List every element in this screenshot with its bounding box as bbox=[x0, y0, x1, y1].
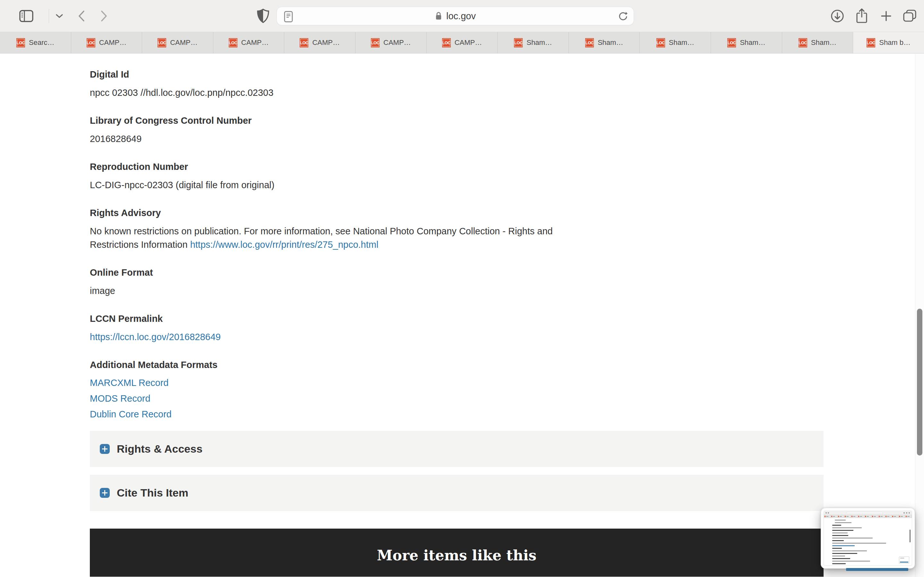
tab-sham-4[interactable]: LOC Sham… bbox=[711, 32, 782, 53]
refresh-icon[interactable] bbox=[618, 11, 628, 22]
field-label: Online Format bbox=[90, 266, 924, 279]
sidebar-icon bbox=[19, 10, 34, 23]
mini-text-line bbox=[832, 548, 842, 549]
tab-camp-3[interactable]: LOC CAMP… bbox=[213, 32, 284, 53]
mini-text-line bbox=[835, 520, 846, 521]
field-rights-advisory: Rights Advisory No known restrictions on… bbox=[90, 206, 924, 251]
plus-icon bbox=[880, 10, 893, 23]
tab-sham-b-active[interactable]: LOC Sham b… bbox=[853, 32, 924, 53]
mini-text-line bbox=[832, 535, 848, 536]
tab-overview-button[interactable] bbox=[900, 0, 920, 32]
mini-text-line bbox=[832, 553, 857, 554]
mini-text-line bbox=[832, 530, 853, 531]
share-button[interactable] bbox=[852, 0, 871, 32]
tab-camp-2[interactable]: LOC CAMP… bbox=[142, 32, 213, 53]
field-additional-metadata-formats: Additional Metadata Formats MARCXML Reco… bbox=[90, 358, 924, 421]
section-title: Rights & Access bbox=[117, 443, 202, 455]
tab-sham-2[interactable]: LOC Sham… bbox=[569, 32, 640, 53]
new-tab-button[interactable] bbox=[877, 0, 896, 32]
mini-text-line bbox=[832, 556, 845, 556]
loc-favicon-icon: LOC bbox=[727, 38, 736, 47]
preview-blue-bar bbox=[846, 568, 908, 571]
mini-text-line bbox=[832, 525, 841, 526]
mini-text-line bbox=[832, 561, 870, 562]
mini-text-line bbox=[832, 550, 867, 551]
field-label: Library of Congress Control Number bbox=[90, 114, 924, 127]
field-value: LC-DIG-npcc-02303 (digital file from ori… bbox=[90, 178, 571, 192]
page-content: Digital Id npcc 02303 //hdl.loc.gov/loc.… bbox=[0, 53, 924, 577]
field-value: 2016828649 bbox=[90, 132, 571, 145]
tab-search[interactable]: LOC Searc… bbox=[0, 32, 71, 53]
loc-favicon-icon: LOC bbox=[867, 38, 875, 47]
tab-camp-6[interactable]: LOC CAMP… bbox=[427, 32, 498, 53]
tab-strip: LOC Searc… LOC CAMP… LOC CAMP… LOC CAMP…… bbox=[0, 32, 924, 53]
tab-camp-4[interactable]: LOC CAMP… bbox=[284, 32, 355, 53]
mods-record-link[interactable]: MODS Record bbox=[90, 393, 150, 404]
tab-sham-3[interactable]: LOC Sham… bbox=[640, 32, 711, 53]
mini-text-line bbox=[832, 538, 873, 538]
mini-scrollbar bbox=[909, 530, 911, 542]
lccn-permalink-link[interactable]: https://lccn.loc.gov/2016828649 bbox=[90, 332, 221, 342]
tab-camp-1[interactable]: LOC CAMP… bbox=[71, 32, 142, 53]
mini-screenshot-thumbnail bbox=[899, 556, 909, 564]
tab-overview-icon bbox=[902, 9, 918, 23]
field-label: Reproduction Number bbox=[90, 160, 924, 173]
mini-address-bar bbox=[846, 512, 883, 514]
rights-advisory-link[interactable]: https://www.loc.gov/rr/print/res/275_npc… bbox=[190, 239, 379, 250]
lock-icon bbox=[435, 11, 443, 21]
screenshot-preview-thumbnail[interactable] bbox=[821, 508, 915, 569]
field-value: image bbox=[90, 284, 571, 298]
rights-access-section-toggle[interactable]: Rights & Access bbox=[90, 431, 824, 467]
field-value: npcc 02303 //hdl.loc.gov/loc.pnp/npcc.02… bbox=[90, 86, 571, 99]
share-icon bbox=[855, 8, 869, 24]
loc-favicon-icon: LOC bbox=[585, 38, 594, 47]
tab-camp-5[interactable]: LOC CAMP… bbox=[355, 32, 427, 53]
field-label: Additional Metadata Formats bbox=[90, 358, 924, 371]
forward-button[interactable] bbox=[94, 0, 113, 32]
field-lccn-permalink: LCCN Permalink https://lccn.loc.gov/2016… bbox=[90, 312, 924, 343]
loc-favicon-icon: LOC bbox=[442, 38, 451, 47]
mini-text-line bbox=[832, 558, 850, 559]
field-label: LCCN Permalink bbox=[90, 312, 924, 325]
tab-sham-1[interactable]: LOC Sham… bbox=[498, 32, 569, 53]
more-items-section: More items like this bbox=[90, 529, 824, 577]
collapsible-panels: Rights & Access Cite This Item bbox=[90, 431, 824, 511]
back-button[interactable] bbox=[72, 0, 91, 32]
download-icon bbox=[830, 9, 845, 23]
loc-favicon-icon: LOC bbox=[300, 38, 309, 47]
chevron-left-icon bbox=[78, 10, 86, 22]
marcxml-record-link[interactable]: MARCXML Record bbox=[90, 378, 168, 388]
url-text: loc.gov bbox=[446, 11, 476, 21]
loc-favicon-icon: LOC bbox=[229, 38, 237, 47]
dublin-core-record-link[interactable]: Dublin Core Record bbox=[90, 409, 172, 419]
expand-plus-icon bbox=[100, 488, 110, 498]
shield-icon bbox=[256, 8, 270, 24]
section-title: Cite This Item bbox=[117, 487, 188, 499]
address-bar[interactable]: loc.gov bbox=[276, 7, 634, 25]
mini-link-line bbox=[832, 545, 855, 546]
field-label: Rights Advisory bbox=[90, 206, 924, 219]
loc-favicon-icon: LOC bbox=[514, 38, 523, 47]
privacy-report-button[interactable] bbox=[254, 0, 273, 32]
mini-text-line bbox=[832, 540, 844, 541]
field-online-format: Online Format image bbox=[90, 266, 924, 298]
address-bar-center: loc.gov bbox=[277, 7, 634, 25]
loc-favicon-icon: LOC bbox=[158, 38, 166, 47]
sidebar-menu-button[interactable] bbox=[52, 0, 67, 32]
mini-toolbar bbox=[824, 511, 912, 515]
scrollbar-thumb[interactable] bbox=[917, 309, 922, 456]
downloads-button[interactable] bbox=[828, 0, 847, 32]
mini-tab-strip bbox=[824, 515, 912, 518]
chevron-down-icon bbox=[55, 14, 63, 18]
mini-text-line bbox=[835, 522, 851, 523]
sidebar-toggle-button[interactable] bbox=[17, 0, 36, 32]
loc-favicon-icon: LOC bbox=[16, 38, 25, 47]
mini-page-preview bbox=[824, 511, 912, 566]
tab-sham-5[interactable]: LOC Sham… bbox=[782, 32, 853, 53]
chevron-right-icon bbox=[100, 10, 108, 22]
mini-text-line bbox=[832, 543, 886, 544]
mini-text-line bbox=[832, 532, 848, 533]
mini-content bbox=[824, 518, 912, 566]
mini-text-line bbox=[832, 527, 862, 528]
cite-this-item-section-toggle[interactable]: Cite This Item bbox=[90, 475, 824, 511]
